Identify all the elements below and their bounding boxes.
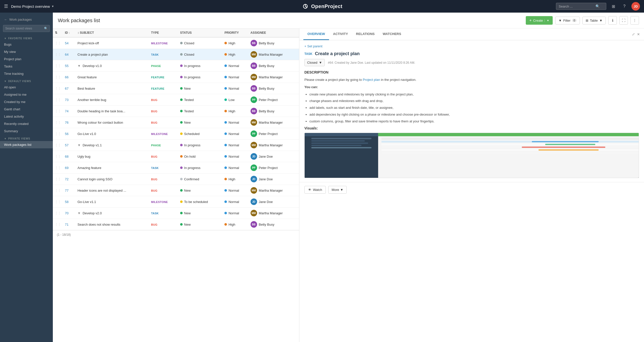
row-id[interactable]: 57 [63,140,75,151]
sidebar-item-bugs[interactable]: Bugs [0,41,53,48]
sidebar-item-recentlycreated[interactable]: Recently created [0,120,53,127]
info-button[interactable]: ℹ [608,16,617,25]
row-subject[interactable]: Go-Live v1.1 [75,196,149,208]
row-id[interactable]: 74 [63,106,75,117]
row-subject[interactable]: Wrong colour for contact button [75,117,149,128]
col-status[interactable]: STATUS [178,28,223,37]
global-search-box[interactable]: 🔍 [556,3,606,10]
table-view-button[interactable]: ⊞ Table ▼ [582,17,606,24]
set-parent-link[interactable]: + Set parent [304,44,639,48]
global-search-input[interactable] [559,5,594,8]
sidebar-section-default[interactable]: ▼ DEFAULT VIEWS [0,77,53,84]
row-id[interactable]: 64 [63,49,75,60]
row-id[interactable]: 71 [63,219,75,230]
more-button[interactable]: More ▼ [328,186,347,194]
table-row[interactable]: ⋮⋮70▼ Develop v2.0TASKNewNormalMMMartha … [53,208,299,219]
col-priority[interactable]: PRIORITY [222,28,248,37]
row-id[interactable]: 68 [63,151,75,162]
sidebar-item-allopen[interactable]: All open [0,84,53,91]
row-subject[interactable]: Great feature [75,72,149,83]
create-dropdown-icon[interactable]: ▼ [544,19,549,22]
sidebar-item-gantt[interactable]: Gantt chart [0,106,53,113]
grid-menu-button[interactable]: ⊞ [609,2,617,10]
sidebar-section-favorite[interactable]: ▼ FAVORITE VIEWS [0,35,53,41]
sidebar-item-myview[interactable]: My view [0,48,53,55]
more-options-button[interactable]: ⋮ [630,16,639,25]
row-subject[interactable]: Ugly bug [75,151,149,162]
tab-activity[interactable]: ACTIVITY [329,28,352,40]
row-subject[interactable]: ▼ Develop v2.0 [75,208,149,219]
table-row[interactable]: ⋮⋮68Ugly bugBUGOn holdNormalJDJane Doe [53,151,299,162]
sidebar-back-link[interactable]: ← Work packages [0,16,53,23]
table-row[interactable]: ⋮⋮58Go-Live v1.1MILESTONETo be scheduled… [53,196,299,208]
table-row[interactable]: ⋮⋮72Cannot login using SSOBUGConfirmedHi… [53,174,299,185]
expand-icon[interactable]: ▼ [77,64,82,68]
row-subject[interactable]: Project kick-off [75,37,149,49]
col-subject[interactable]: ↕ SUBJECT [75,28,149,37]
expand-icon[interactable]: ▼ [77,211,82,215]
row-subject[interactable]: Amazing feature [75,162,149,174]
project-name[interactable]: Demo Project overview ▼ [11,4,54,9]
row-id[interactable]: 72 [63,174,75,185]
row-id[interactable]: 66 [63,72,75,83]
col-id[interactable]: ID↕ [63,28,75,37]
help-button[interactable]: ? [620,2,628,10]
table-row[interactable]: ⋮⋮57▼ Develop v1.1PHASEIn progressNormal… [53,140,299,151]
table-row[interactable]: ⋮⋮76Wrong colour for contact buttonBUGNe… [53,117,299,128]
user-avatar[interactable]: JD [631,2,640,11]
close-icon[interactable]: ✕ [637,32,640,36]
table-row[interactable]: ⋮⋮71Search does not show resultsBUGNewHi… [53,219,299,230]
project-plan-link[interactable]: Project plan [363,78,380,82]
table-row[interactable]: ⋮⋮67Best featureFEATURENewNormalBBBetty … [53,83,299,94]
row-subject[interactable]: Best feature [75,83,149,94]
table-row[interactable]: ⋮⋮66Great featureFEATUREIn progressNorma… [53,72,299,83]
row-id[interactable]: 67 [63,83,75,94]
row-subject[interactable]: ▼ Develop v1.1 [75,140,149,151]
row-subject[interactable]: Double heading in the task boa... [75,106,149,117]
table-row[interactable]: ⋮⋮74Double heading in the task boa...BUG… [53,106,299,117]
row-subject[interactable]: Create a project plan [75,49,149,60]
row-subject[interactable]: Another terrible bug [75,94,149,106]
table-row[interactable]: ⋮⋮54Project kick-offMILESTONEClosedHighB… [53,37,299,49]
row-id[interactable]: 54 [63,37,75,49]
watch-button[interactable]: 👁 Watch [304,186,326,194]
col-assignee[interactable]: ASSIGNEE [249,28,299,37]
row-subject[interactable]: Cannot login using SSO [75,174,149,185]
sidebar-item-summary[interactable]: Summary [0,127,53,135]
row-id[interactable]: 70 [63,208,75,219]
tab-watchers[interactable]: WATCHERS [379,28,405,40]
sidebar-item-projectplan[interactable]: Project plan [0,55,53,63]
expand-icon[interactable]: ⤢ [632,32,635,36]
table-row[interactable]: ⋮⋮55▼ Develop v1.0PHASEIn progressNormal… [53,60,299,72]
status-dropdown[interactable]: Closed ▼ [304,59,325,66]
row-id[interactable]: 56 [63,128,75,140]
table-row[interactable]: ⋮⋮73Another terrible bugBUGTestedLowPPPe… [53,94,299,106]
row-id[interactable]: 55 [63,60,75,72]
expand-icon[interactable]: ▼ [77,143,82,147]
sidebar-section-private[interactable]: ▼ PRIVATE VIEWS [0,135,53,141]
fullscreen-button[interactable]: ⛶ [619,16,628,25]
hamburger-menu[interactable]: ☰ [4,4,8,9]
row-id[interactable]: 69 [63,162,75,174]
row-subject[interactable]: ▼ Develop v1.0 [75,60,149,72]
table-row[interactable]: ⋮⋮69Amazing featureTASKIn progressNormal… [53,162,299,174]
row-id[interactable]: 73 [63,94,75,106]
sidebar-search-input[interactable] [3,25,50,32]
row-subject[interactable]: Header icons are not displayed ... [75,185,149,196]
col-sort[interactable]: ⇅ [53,28,63,37]
table-row[interactable]: ⋮⋮77Header icons are not displayed ...BU… [53,185,299,196]
create-button[interactable]: + Create ▼ [526,16,553,25]
sidebar-item-assignedtome[interactable]: Assigned to me [0,91,53,98]
col-type[interactable]: TYPE [149,28,178,37]
row-subject[interactable]: Go-Live v1.0 [75,128,149,140]
row-id[interactable]: 76 [63,117,75,128]
sidebar-item-timetracking[interactable]: Time tracking [0,70,53,77]
row-id[interactable]: 58 [63,196,75,208]
filter-button[interactable]: ▼ Filter 0 [555,17,580,24]
row-subject[interactable]: Search does not show results [75,219,149,230]
sidebar-item-createdbyme[interactable]: Created by me [0,98,53,106]
table-row[interactable]: ⋮⋮56Go-Live v1.0MILESTONEScheduledNormal… [53,128,299,140]
tab-overview[interactable]: OVERVIEW [303,28,329,40]
tab-relations[interactable]: RELATIONS [352,28,379,40]
row-id[interactable]: 77 [63,185,75,196]
